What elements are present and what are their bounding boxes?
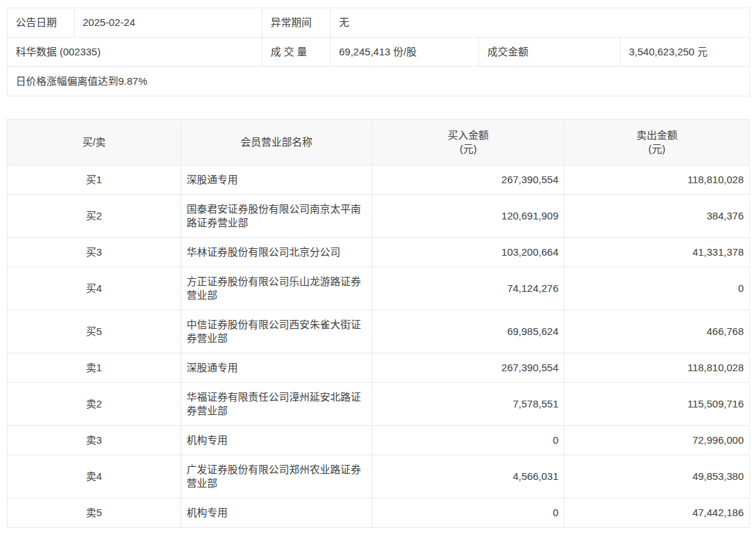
header-branch: 会员营业部名称 bbox=[181, 120, 373, 165]
row-side: 卖1 bbox=[8, 353, 181, 383]
row-branch-name: 华福证券有限责任公司漳州延安北路证券营业部 bbox=[181, 383, 373, 426]
row-branch-name: 广发证券股份有限公司郑州农业路证券营业部 bbox=[181, 455, 373, 498]
table-row: 买4 方正证券股份有限公司乐山龙游路证券营业部 74,124,276 0 bbox=[8, 267, 750, 310]
row-buy-amount: 7,578,551 bbox=[373, 383, 565, 426]
row-branch-name: 深股通专用 bbox=[181, 165, 373, 195]
row-buy-amount: 0 bbox=[373, 498, 565, 528]
stock-name: 科华数据 (002335) bbox=[8, 38, 262, 67]
table-row: 买2 国泰君安证券股份有限公司南京太平南路证券营业部 120,691,909 3… bbox=[8, 195, 750, 238]
turnover-value: 3,540,623,250 元 bbox=[621, 38, 750, 67]
table-row: 卖2 华福证券有限责任公司漳州延安北路证券营业部 7,578,551 115,5… bbox=[8, 383, 750, 426]
header-side: 买/卖 bbox=[8, 120, 181, 165]
row-buy-amount: 4,566,031 bbox=[373, 455, 565, 498]
row-branch-name: 国泰君安证券股份有限公司南京太平南路证券营业部 bbox=[181, 195, 373, 238]
row-sell-amount: 41,331,378 bbox=[565, 238, 750, 267]
row-buy-amount: 0 bbox=[373, 426, 565, 455]
summary-row-stock: 科华数据 (002335) 成 交 量 69,245,413 份/股 成交金额 … bbox=[8, 38, 750, 67]
row-branch-name: 方正证券股份有限公司乐山龙游路证券营业部 bbox=[181, 267, 373, 310]
row-side: 卖2 bbox=[8, 383, 181, 426]
announce-date-value: 2025-02-24 bbox=[75, 8, 262, 38]
table-row: 卖3 机构专用 0 72,996,000 bbox=[8, 426, 750, 455]
summary-row-date: 公告日期 2025-02-24 异常期间 无 bbox=[8, 8, 750, 38]
row-buy-amount: 120,691,909 bbox=[373, 195, 565, 238]
row-side: 卖3 bbox=[8, 426, 181, 455]
row-buy-amount: 103,200,664 bbox=[373, 238, 565, 267]
row-side: 买1 bbox=[8, 165, 181, 195]
volume-value: 69,245,413 份/股 bbox=[331, 38, 479, 67]
row-sell-amount: 115,509,716 bbox=[565, 383, 750, 426]
row-buy-amount: 267,390,554 bbox=[373, 165, 565, 195]
summary-row-reason: 日价格涨幅偏离值达到9.87% bbox=[8, 67, 750, 96]
row-sell-amount: 72,996,000 bbox=[565, 426, 750, 455]
row-side: 卖4 bbox=[8, 455, 181, 498]
broker-table: 买/卖 会员营业部名称 买入金额 (元) 卖出金额 (元) 买1 深股通专用 2… bbox=[7, 119, 750, 528]
row-side: 买2 bbox=[8, 195, 181, 238]
row-buy-amount: 69,985,624 bbox=[373, 310, 565, 353]
row-side: 卖5 bbox=[8, 498, 181, 528]
header-buy-line2: (元) bbox=[378, 142, 558, 156]
row-sell-amount: 49,853,380 bbox=[565, 455, 750, 498]
header-sell-line2: (元) bbox=[570, 142, 744, 156]
row-sell-amount: 0 bbox=[565, 267, 750, 310]
header-buy-amount: 买入金额 (元) bbox=[373, 120, 565, 165]
lhb-detail-page: 公告日期 2025-02-24 异常期间 无 科华数据 (002335) 成 交… bbox=[0, 0, 756, 528]
volume-label: 成 交 量 bbox=[262, 38, 331, 67]
abnormal-period-value: 无 bbox=[331, 8, 750, 38]
table-row: 卖4 广发证券股份有限公司郑州农业路证券营业部 4,566,031 49,853… bbox=[8, 455, 750, 498]
header-buy-line1: 买入金额 bbox=[378, 129, 558, 142]
row-buy-amount: 267,390,554 bbox=[373, 353, 565, 383]
row-sell-amount: 466,768 bbox=[565, 310, 750, 353]
row-branch-name: 机构专用 bbox=[181, 426, 373, 455]
table-row: 卖1 深股通专用 267,390,554 118,810,028 bbox=[8, 353, 750, 383]
table-row: 买3 华林证券股份有限公司北京分公司 103,200,664 41,331,37… bbox=[8, 238, 750, 267]
header-sell-line1: 卖出金额 bbox=[570, 129, 744, 142]
row-branch-name: 机构专用 bbox=[181, 498, 373, 528]
row-branch-name: 深股通专用 bbox=[181, 353, 373, 383]
table-row: 买1 深股通专用 267,390,554 118,810,028 bbox=[8, 165, 750, 195]
header-sell-amount: 卖出金额 (元) bbox=[565, 120, 750, 165]
announce-date-label: 公告日期 bbox=[8, 8, 75, 38]
summary-table: 公告日期 2025-02-24 异常期间 无 科华数据 (002335) 成 交… bbox=[7, 8, 750, 96]
list-reason: 日价格涨幅偏离值达到9.87% bbox=[8, 67, 750, 96]
abnormal-period-label: 异常期间 bbox=[262, 8, 331, 38]
table-row: 卖5 机构专用 0 47,442,186 bbox=[8, 498, 750, 528]
row-side: 买4 bbox=[8, 267, 181, 310]
row-branch-name: 中信证券股份有限公司西安朱雀大街证券营业部 bbox=[181, 310, 373, 353]
row-sell-amount: 118,810,028 bbox=[565, 353, 750, 383]
row-side: 买3 bbox=[8, 238, 181, 267]
row-sell-amount: 384,376 bbox=[565, 195, 750, 238]
table-row: 买5 中信证券股份有限公司西安朱雀大街证券营业部 69,985,624 466,… bbox=[8, 310, 750, 353]
broker-table-body: 买1 深股通专用 267,390,554 118,810,028 买2 国泰君安… bbox=[8, 165, 750, 528]
row-branch-name: 华林证券股份有限公司北京分公司 bbox=[181, 238, 373, 267]
broker-table-header: 买/卖 会员营业部名称 买入金额 (元) 卖出金额 (元) bbox=[8, 120, 750, 165]
turnover-label: 成交金额 bbox=[479, 38, 621, 67]
row-sell-amount: 118,810,028 bbox=[565, 165, 750, 195]
row-sell-amount: 47,442,186 bbox=[565, 498, 750, 528]
row-side: 买5 bbox=[8, 310, 181, 353]
row-buy-amount: 74,124,276 bbox=[373, 267, 565, 310]
